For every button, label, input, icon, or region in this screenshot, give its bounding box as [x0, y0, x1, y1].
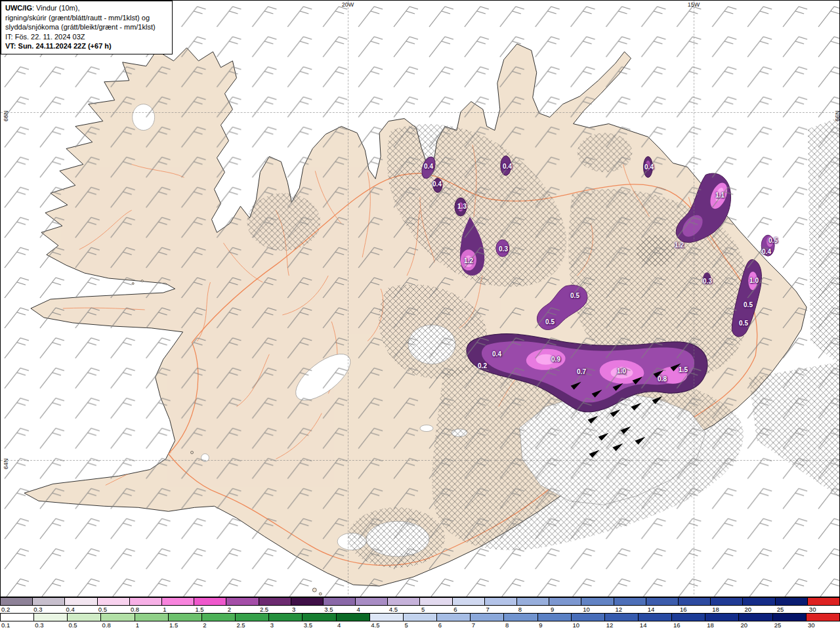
- scale-cell: [101, 614, 135, 621]
- scale-cell: [705, 614, 739, 621]
- scale-cell: [356, 598, 388, 605]
- scale-tick-label: 1: [161, 606, 194, 613]
- scale-tick-label: 1.5: [194, 606, 226, 613]
- init-time: IT: Fös. 22. 11. 2024 03Z: [5, 32, 168, 42]
- scale-tick-label: 20: [739, 621, 772, 629]
- scale-cell: [337, 614, 370, 621]
- scale-cell: [807, 614, 839, 621]
- scale-tick-label: 0.3: [33, 621, 67, 629]
- scale-tick-label: 0.2: [0, 606, 32, 613]
- scale-cell: [485, 598, 517, 605]
- scale-tick-label: 18: [711, 606, 743, 613]
- rain-scale: 0.10.30.50.811.522.533.544.5567891012141…: [0, 613, 840, 629]
- scale-tick-label: 9: [537, 621, 571, 629]
- scale-cell: [135, 614, 169, 621]
- product-name: UWC/IG: [5, 4, 32, 12]
- scale-tick-label: 12: [614, 606, 646, 613]
- scale-tick-label: 9: [549, 606, 581, 613]
- scale-tick-label: 16: [672, 621, 705, 629]
- scale-tick-label: 0.5: [97, 606, 129, 613]
- scale-tick-label: 14: [646, 606, 679, 613]
- scale-cell: [226, 598, 259, 605]
- scale-cell: [572, 614, 605, 621]
- scale-cell: [1, 598, 33, 605]
- scale-cell: [404, 614, 437, 621]
- scale-tick-label: 20: [743, 606, 775, 613]
- scale-tick-label: 6: [437, 621, 471, 629]
- scale-cell: [269, 614, 303, 621]
- scale-tick-label: 8: [504, 621, 537, 629]
- scale-cell: [370, 614, 404, 621]
- scale-cell: [639, 614, 672, 621]
- scale-tick-label: 4.5: [369, 621, 403, 629]
- scale-cell: [202, 614, 236, 621]
- scale-cell: [773, 614, 807, 621]
- scale-cell: [130, 598, 162, 605]
- scale-cell: [453, 598, 485, 605]
- scale-cell: [471, 614, 504, 621]
- scale-tick-label: 2.5: [259, 606, 291, 613]
- scale-tick-label: 0.8: [101, 621, 135, 629]
- scale-tick-label: 6: [452, 606, 484, 613]
- scale-tick-label: 5: [403, 621, 436, 629]
- scale-tick-label: 8: [517, 606, 549, 613]
- scale-cell: [65, 598, 97, 605]
- scale-tick-label: 25: [776, 606, 808, 613]
- scale-cell: [34, 614, 68, 621]
- title-line-3: slydda/snjókoma (grátt/bleikt/grænt - mm…: [5, 22, 168, 32]
- scale-cell: [1, 614, 34, 621]
- scale-tick-label: 5: [420, 606, 452, 613]
- scale-cell: [672, 614, 705, 621]
- scale-cell: [324, 598, 356, 605]
- scale-tick-label: 30: [807, 621, 840, 629]
- scale-cell: [646, 598, 679, 605]
- scale-tick-label: 12: [605, 621, 639, 629]
- scale-tick-label: 18: [705, 621, 739, 629]
- scale-cell: [194, 598, 226, 605]
- rain-scale-labels: 0.10.30.50.811.522.533.544.5567891012141…: [0, 621, 840, 629]
- scale-cell: [388, 598, 420, 605]
- scale-cell: [614, 598, 646, 605]
- scale-tick-label: 0.5: [67, 621, 100, 629]
- scale-cell: [33, 598, 65, 605]
- scale-tick-label: 30: [808, 606, 840, 613]
- scale-tick-label: 2: [201, 621, 235, 629]
- scale-tick-label: 1.5: [168, 621, 201, 629]
- scale-tick-label: 1: [135, 621, 168, 629]
- scale-tick-label: 3: [291, 606, 323, 613]
- scale-cell: [98, 598, 130, 605]
- scale-cell: [236, 614, 269, 621]
- scale-tick-label: 14: [639, 621, 672, 629]
- scale-cell: [169, 614, 202, 621]
- scale-tick-label: 7: [485, 606, 517, 613]
- scale-cell: [437, 614, 471, 621]
- scale-tick-label: 25: [773, 621, 807, 629]
- scale-cell: [605, 614, 639, 621]
- weather-map-page: 20W15W66N66N64N 0.40.41.30.41.20.30.41.1…: [0, 0, 840, 630]
- scale-tick-label: 10: [581, 606, 614, 613]
- scale-cell: [504, 614, 537, 621]
- map-area: 20W15W66N66N64N 0.40.41.30.41.20.30.41.1…: [0, 0, 840, 597]
- color-scales: 0.20.30.40.50.811.522.533.544.5567891012…: [0, 597, 840, 630]
- iceland-weather-map-svg: [1, 1, 839, 597]
- scale-tick-label: 2.5: [235, 621, 268, 629]
- scale-cell: [808, 598, 839, 605]
- scale-tick-label: 16: [679, 606, 711, 613]
- title-line-1-rest: : Vindur (10m),: [32, 4, 80, 12]
- scale-tick-label: 3: [269, 621, 303, 629]
- scale-cell: [581, 598, 614, 605]
- scale-tick-label: 4: [356, 606, 388, 613]
- scale-cell: [303, 614, 336, 621]
- scale-cell: [259, 598, 291, 605]
- scale-tick-label: 4: [336, 621, 369, 629]
- scale-cell: [68, 614, 101, 621]
- scale-cell: [743, 598, 775, 605]
- scale-tick-label: 0.1: [0, 621, 33, 629]
- wind-barbs-layer: [1, 1, 839, 597]
- scale-cell: [538, 614, 572, 621]
- scale-cell: [739, 614, 772, 621]
- sleet-snow-scale-labels: 0.20.30.40.50.811.522.533.544.5567891012…: [0, 606, 840, 613]
- scale-cell: [549, 598, 581, 605]
- scale-tick-label: 7: [471, 621, 504, 629]
- scale-cell: [420, 598, 452, 605]
